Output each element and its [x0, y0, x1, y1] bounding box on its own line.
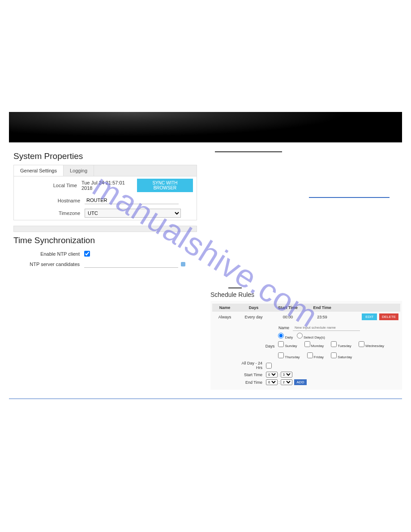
timezone-label: Timezone [17, 210, 85, 216]
add-button[interactable]: ADD [294, 379, 307, 385]
schedule-block: Name Days Start Time End Time Always Eve… [210, 301, 402, 390]
radio-daily[interactable] [278, 333, 284, 339]
table-row: Always Every day 00:00 23:59 EDIT DELETE [212, 312, 400, 322]
row-timezone: Timezone UTC [14, 206, 197, 220]
chk-tuesday[interactable]: Tuesday [331, 341, 351, 348]
local-time-label: Local Time [17, 183, 81, 188]
decorative-blue-rule [309, 197, 390, 198]
left-column: System Properties General Settings Loggi… [13, 151, 197, 390]
row-start-time: Start Time 00 : 30 [235, 371, 400, 378]
chk-sunday[interactable]: Sunday [278, 341, 297, 348]
end-time-label: End Time [235, 380, 266, 385]
row-hostname: Hostname [14, 194, 197, 206]
hostname-label: Hostname [17, 198, 85, 203]
sched-name-input[interactable] [293, 325, 360, 331]
edit-button[interactable]: EDIT [362, 313, 377, 320]
chk-thursday[interactable]: Thursday [278, 352, 300, 359]
cell-name: Always [212, 312, 237, 322]
chk-wednesday[interactable]: Wednesday [359, 341, 384, 348]
col-end: End Time [306, 304, 339, 312]
col-days: Days [237, 304, 270, 312]
cell-days: Every day [237, 312, 270, 322]
sched-days-label: Days [248, 344, 278, 348]
all-day-label: All Day - 24 Hrs [235, 361, 266, 370]
schedule-rules-title: Schedule Rules [210, 291, 402, 298]
timezone-select[interactable]: UTC [85, 209, 181, 218]
schedule-table: Name Days Start Time End Time Always Eve… [212, 304, 400, 322]
start-hour-select[interactable]: 00 [266, 372, 278, 378]
start-time-label: Start Time [235, 373, 266, 377]
sync-with-browser-button[interactable]: SYNC WITH BROWSER [137, 179, 193, 192]
ntp-candidates-label: NTP server candidates [17, 262, 84, 267]
col-start: Start Time [270, 304, 305, 312]
radio-select-days[interactable] [297, 333, 303, 339]
col-name: Name [212, 304, 237, 312]
enable-ntp-checkbox[interactable] [84, 251, 90, 257]
day-checkbox-group: Sunday Monday Tuesday Wednesday Thursday… [278, 341, 400, 359]
all-day-checkbox[interactable] [266, 363, 272, 369]
separator-bar [13, 226, 197, 232]
tabs-bar: General Settings Logging [14, 165, 197, 176]
row-ntp-candidates: NTP server candidates [13, 258, 197, 270]
row-end-time: End Time 06 : 20 ADD [235, 378, 400, 386]
start-min-select[interactable]: 30 [281, 372, 292, 378]
row-local-time: Local Time Tue Jul 24 21:57:01 2018 SYNC… [14, 176, 197, 194]
end-hour-select[interactable]: 06 [266, 379, 278, 385]
sched-name-label: Name [248, 326, 293, 330]
tab-logging[interactable]: Logging [64, 165, 94, 176]
chk-friday[interactable]: Friday [307, 352, 324, 359]
cell-end: 23:59 [306, 312, 339, 322]
enable-ntp-label: Enable NTP client [17, 251, 84, 257]
tab-general-settings[interactable]: General Settings [14, 165, 64, 176]
radio-daily-wrap[interactable]: Daily [278, 335, 293, 339]
row-sched-name: Name [248, 324, 400, 332]
small-underline [228, 287, 242, 288]
right-column: Schedule Rules Name Days Start Time End … [210, 151, 402, 390]
end-min-select[interactable]: 20 [281, 379, 292, 385]
radio-select-days-wrap[interactable]: Select Day(s) [297, 335, 325, 339]
time-sync-title: Time Synchronization [13, 236, 197, 245]
system-properties-title: System Properties [13, 151, 197, 161]
row-all-day: All Day - 24 Hrs [235, 360, 400, 371]
cell-start: 00:00 [270, 312, 305, 322]
system-properties-panel: General Settings Logging Local Time Tue … [13, 165, 197, 220]
row-sched-days: Days Daily Select Day(s) Sunday Monday T… [248, 332, 400, 360]
decorative-rule [215, 151, 282, 152]
chk-monday[interactable]: Monday [304, 341, 324, 348]
local-time-value: Tue Jul 24 21:57:01 2018 [81, 180, 134, 191]
globe-icon[interactable] [181, 262, 185, 266]
delete-button[interactable]: DELETE [379, 313, 398, 320]
row-enable-ntp: Enable NTP client [13, 249, 197, 258]
header-banner [9, 112, 402, 142]
hostname-input[interactable] [85, 197, 179, 204]
ntp-candidates-input[interactable] [84, 260, 178, 268]
chk-saturday[interactable]: Saturday [331, 352, 352, 359]
